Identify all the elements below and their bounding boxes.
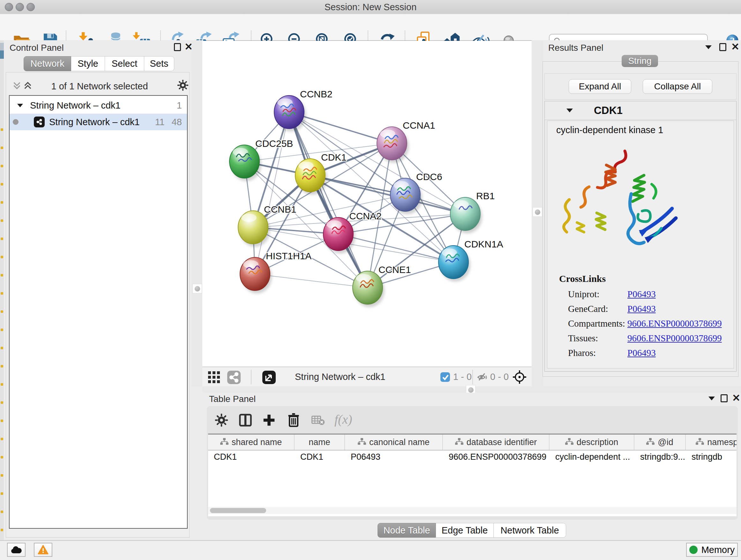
column-header-description[interactable]: description [549,435,634,450]
column-header-@id[interactable]: @id [634,435,686,450]
table-panel-collapse-icon[interactable] [709,396,715,400]
network-status-dot [13,119,18,125]
gene-name: CDK1 [594,105,623,117]
delete-table-icon [312,415,325,426]
table-row[interactable]: CDK1CDK1P064939606.ENSP00000378699cyclin… [208,450,737,463]
gene-section-header[interactable]: CDK1 [545,101,736,120]
node-label-CDC6: CDC6 [416,172,442,182]
node-CDC6[interactable]: CDC6 [390,172,442,214]
crosslink-link[interactable]: P06493 [627,304,656,314]
add-column-icon[interactable] [262,413,276,428]
crosslink-link[interactable]: 9606.ENSP00000378699 [627,318,722,329]
network-list: String Network – cdk1 1 String Network –… [9,95,188,529]
edge-HIST1H1A-CCNE1[interactable] [255,274,367,288]
crosslink-row: Tissues:9606.ENSP00000378699 [568,331,734,346]
node-label-CDC25B: CDC25B [255,138,293,149]
table-panel-close-icon[interactable]: ✕ [732,393,740,403]
node-CCNE1[interactable]: CCNE1 [353,264,411,307]
table-cell[interactable]: cyclin-dependent ... [549,452,634,462]
node-label-CCNB2: CCNB2 [300,89,333,99]
crosslink-row: Uniprot:P06493 [568,287,734,301]
gene-collapse-icon[interactable] [566,109,573,112]
node-label-CCNB1: CCNB1 [264,204,296,214]
selected-counts: 1 - 0 [453,372,472,382]
table-cell[interactable]: CDK1 [294,452,345,462]
results-panel-close-icon[interactable]: ✕ [731,42,739,52]
tab-sets[interactable]: Sets [144,56,174,71]
table-cell[interactable]: stringdb [686,452,737,462]
show-columns-icon[interactable] [238,413,253,428]
table-horizontal-scrollbar[interactable] [208,507,737,514]
control-panel-title: Control Panel [10,43,64,53]
open-in-window-icon[interactable] [262,370,276,385]
splitter-handle[interactable] [533,207,542,217]
node-RB1[interactable]: RB1 [450,191,495,233]
table-panel-tabs: Node TableEdge TableNetwork Table [378,523,566,538]
tab-node-table[interactable]: Node Table [378,523,436,538]
node-HIST1H1A[interactable]: HIST1H1A [240,251,312,294]
table-cell[interactable]: 9606.ENSP00000378699 [443,452,549,462]
edge-CCNB2-CCNE1[interactable] [289,112,367,288]
crosslink-link[interactable]: 9606.ENSP00000378699 [627,333,722,344]
selected-checkbox-icon[interactable] [440,372,450,382]
node-label-CCNE1: CCNE1 [379,264,411,275]
crosslink-label: GeneCard: [568,304,627,314]
node-CDKN1A[interactable]: CDKN1A [439,239,503,282]
column-header-canonical-name[interactable]: canonical name [345,435,443,450]
table-cell[interactable]: CDK1 [208,452,294,462]
gene-description: cyclin-dependent kinase 1 [556,125,734,135]
tab-string[interactable]: String [622,55,658,67]
crosslink-link[interactable]: P06493 [627,348,656,358]
tab-edge-table[interactable]: Edge Table [436,523,494,538]
control-panel-float-icon[interactable] [174,43,181,51]
splitter-handle[interactable] [192,284,202,294]
table-cell[interactable]: P06493 [345,452,443,462]
delete-column-trash-icon[interactable] [286,412,300,428]
network-row[interactable]: String Network – cdk1 11 48 [10,114,187,130]
network-node-count: 11 [155,117,165,127]
edge-CCNB2-HIST1H1A[interactable] [255,112,289,274]
hidden-counts: 0 - 0 [490,372,509,382]
gear-icon[interactable] [177,79,189,91]
scrollbar-thumb[interactable] [210,508,266,513]
table-cell[interactable]: stringdb:9... [634,452,686,462]
column-header-database-identifier[interactable]: database identifier [443,435,549,450]
crosslink-label: Tissues: [568,333,627,344]
column-header-namespace[interactable]: namespace [686,435,737,450]
node-table[interactable]: shared namenamecanonical namedatabase id… [208,434,737,516]
table-panel-float-icon[interactable] [721,394,728,402]
cloud-icon [10,546,22,554]
tab-network-table[interactable]: Network Table [494,523,566,538]
column-header-shared-name[interactable]: shared name [208,435,294,450]
control-panel-tabs: NetworkStyleSelectSets [23,56,174,71]
crosslink-label: Uniprot: [568,289,627,300]
network-view-title: String Network – cdk1 [295,372,386,382]
chevron-double-down-icon[interactable] [12,81,22,90]
collection-row[interactable]: String Network – cdk1 1 [10,97,187,114]
crosslink-link[interactable]: P06493 [627,289,656,300]
node-label-CCNA2: CCNA2 [349,211,382,221]
node-CDK1[interactable]: CDK1 [295,152,347,195]
function-builder-icon: f(x) [334,412,352,427]
crosslink-label: Compartments: [568,318,627,329]
results-panel-float-icon[interactable] [719,43,726,51]
results-panel-collapse-icon[interactable] [705,45,712,49]
network-canvas[interactable]: CCNB2CCNA1CDC25BCDK1CDC6RB1CCNB1CCNA2CDK… [202,41,532,367]
chevron-double-up-icon[interactable] [23,81,32,90]
memory-button[interactable]: Memory [686,543,738,557]
column-header-name[interactable]: name [294,435,345,450]
cloud-button[interactable] [7,543,25,557]
toolbar-divider [472,370,473,384]
collection-expand-icon[interactable] [17,104,23,107]
collapse-all-button[interactable]: Collapse All [643,79,712,94]
expand-all-button[interactable]: Expand All [569,79,631,94]
birds-eye-crosshair-icon[interactable] [512,369,527,385]
tab-network[interactable]: Network [23,56,71,71]
share-view-icon[interactable] [226,370,241,385]
tab-style[interactable]: Style [71,56,105,71]
vertical-splitter-left[interactable] [192,40,202,386]
table-settings-gear-icon[interactable] [214,413,228,427]
tab-select[interactable]: Select [105,56,144,71]
grid-view-icon[interactable] [207,370,221,385]
warnings-button[interactable] [34,543,52,557]
